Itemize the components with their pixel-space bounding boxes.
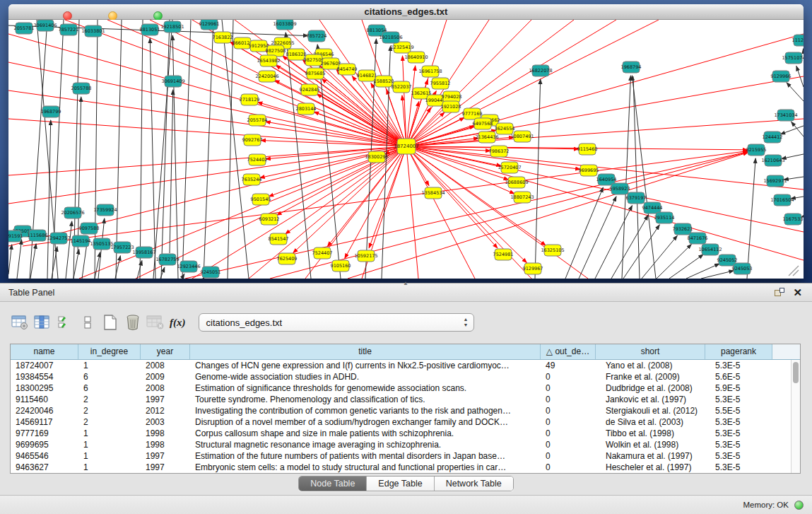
graph-node[interactable]: 16822078 (529, 65, 552, 76)
graph-node[interactable]: 8813051 (140, 24, 160, 35)
graph-node[interactable]: 6093212 (259, 214, 280, 225)
graph-node[interactable]: 7163822 (213, 32, 233, 43)
table-row[interactable]: 969969511998Structural magnetic resonanc… (11, 439, 800, 450)
column-header[interactable]: pagerank (705, 344, 772, 359)
graph-node[interactable]: 2803144 (296, 103, 317, 115)
graph-node[interactable]: 7955812 (430, 78, 451, 89)
graph-node[interactable]: 12942757 (47, 233, 70, 244)
graph-node[interactable]: 13584534 (421, 187, 445, 199)
graph-node[interactable]: 8454749 (337, 64, 358, 75)
graph-node[interactable]: 15692971 (763, 175, 787, 187)
graph-node[interactable]: 7986372 (489, 146, 510, 157)
table-row[interactable]: 2242004622012Investigating the contribut… (11, 405, 800, 416)
graph-node[interactable]: 10592175 (354, 250, 377, 262)
graph-node[interactable]: 19218501 (160, 21, 184, 33)
graph-node[interactable]: 30691409 (161, 76, 184, 87)
network-window-titlebar[interactable]: citations_edges.txt (8, 4, 804, 20)
graph-node[interactable]: 8522037 (392, 81, 412, 93)
graph-node[interactable]: 7524981 (493, 249, 514, 260)
table-settings-icon[interactable] (10, 313, 30, 332)
delete-column-icon[interactable] (123, 313, 143, 332)
graph-node[interactable]: 7524402 (247, 154, 268, 165)
column-header[interactable]: year (141, 344, 190, 359)
graph-node[interactable]: 17957223 (110, 242, 134, 253)
network-canvas[interactable]: 1872400771638228660124591295423226055982… (8, 20, 804, 279)
graph-node[interactable]: 9092767 (242, 134, 263, 146)
scrollbar-thumb[interactable] (793, 362, 799, 383)
graph-node[interactable]: 16033809 (273, 20, 296, 30)
graph-node[interactable]: 9129961 (199, 20, 220, 30)
table-row[interactable]: 946554611997Estimation of the future num… (11, 450, 800, 462)
graph-node[interactable]: 1921028 (441, 101, 461, 112)
graph-node[interactable]: 6497568 (473, 118, 493, 129)
graph-node[interactable]: 9129966 (771, 71, 792, 82)
graph-node[interactable]: 8471676 (688, 233, 708, 244)
column-header[interactable]: in_degree (78, 344, 141, 359)
table-row[interactable]: 1872400712008Changes of HCN gene express… (11, 360, 800, 371)
function-builder-icon[interactable]: f(x) (170, 317, 186, 329)
table-row[interactable]: 1830029562008Estimation of significance … (11, 382, 800, 394)
graph-node[interactable]: 10807491 (510, 131, 534, 142)
table-row[interactable]: 1456911722003Disruption of a novel membe… (11, 416, 800, 428)
float-panel-icon[interactable] (775, 288, 784, 298)
graph-node[interactable]: 16210643 (761, 155, 784, 166)
column-header[interactable]: name (11, 344, 78, 359)
graph-node[interactable]: 13958167 (132, 247, 155, 258)
graph-node[interactable]: 16325105 (541, 245, 564, 256)
graph-node[interactable]: 3624554 (495, 123, 515, 134)
graph-node[interactable]: 1112643 (792, 35, 804, 46)
graph-node[interactable]: 17016504 (770, 194, 794, 206)
graph-node[interactable]: 9875685 (305, 68, 326, 79)
graph-node[interactable]: 8541547 (269, 233, 289, 245)
column-header[interactable]: short (596, 344, 705, 359)
graph-node[interactable]: 7625409 (277, 253, 298, 264)
graph-node[interactable]: 16543982 (257, 55, 280, 66)
graph-node[interactable]: 7635244 (242, 174, 262, 185)
graph-node[interactable]: 19218506 (379, 32, 402, 43)
graph-node[interactable]: 12923446 (177, 261, 200, 272)
row-height-icon[interactable] (78, 313, 98, 332)
graph-node[interactable]: 1968794 (621, 62, 642, 73)
graph-node[interactable]: 18807243 (510, 192, 534, 203)
table-selector-dropdown[interactable]: citations_edges.txt ▲▼ (199, 313, 474, 332)
graph-node[interactable]: 9129967 (523, 263, 543, 274)
graph-node[interactable]: 9115460 (577, 144, 598, 155)
graph-node[interactable]: 30691406 (33, 20, 57, 31)
graph-node[interactable]: 9242845 (300, 84, 320, 95)
graph-node[interactable]: 8215955 (746, 144, 767, 156)
graph-node[interactable]: 2718129 (240, 94, 260, 105)
graph-node[interactable]: 15751074 (782, 52, 804, 64)
graph-node[interactable]: 9245053 (732, 263, 753, 274)
graph-node[interactable]: 21364436 (475, 132, 498, 143)
graph-node[interactable]: 10654112 (698, 244, 722, 255)
graph-node[interactable]: 1115686 (28, 230, 48, 241)
table-row[interactable]: 977716911998Corpus callosum shape and si… (11, 428, 800, 439)
graph-node[interactable]: 9105160 (331, 260, 351, 271)
graph-node[interactable]: 1244412 (763, 132, 783, 143)
graph-node[interactable]: 9097588 (79, 223, 100, 234)
graph-node[interactable]: 9391591 (8, 230, 23, 242)
vertical-scrollbar[interactable] (791, 360, 800, 473)
table-row[interactable]: 911546021997Tourette syndrome. Phenomeno… (11, 394, 800, 405)
pane-divider-handle[interactable]: ▲ (403, 281, 410, 286)
tab-node-table[interactable]: Node Table (299, 477, 367, 491)
graph-node[interactable]: 17359924 (93, 204, 117, 216)
graph-node[interactable]: 16782759 (155, 254, 179, 265)
graph-node[interactable]: 6379197 (626, 192, 647, 204)
graph-node[interactable]: 1968799 (41, 106, 61, 117)
graph-node[interactable]: 16033801 (81, 25, 105, 37)
row-check-icon[interactable] (55, 313, 75, 332)
column-select-icon[interactable] (33, 313, 52, 332)
graph-node[interactable]: 2055781 (14, 23, 35, 34)
close-panel-icon[interactable]: ✕ (793, 288, 802, 298)
new-table-icon[interactable] (100, 313, 120, 332)
graph-node[interactable]: 17341034 (774, 110, 797, 121)
graph-node[interactable]: 9699695 (579, 165, 599, 176)
graph-node[interactable]: 2055788 (71, 83, 92, 94)
graph-node[interactable]: 22420046 (255, 71, 278, 82)
graph-node[interactable]: 10688609 (505, 177, 528, 188)
graph-node[interactable]: 16961758 (418, 66, 442, 77)
graph-node[interactable]: 1167533 (783, 214, 804, 225)
graph-node[interactable]: 18640910 (404, 52, 428, 63)
graph-node[interactable]: 7857221 (59, 24, 79, 35)
